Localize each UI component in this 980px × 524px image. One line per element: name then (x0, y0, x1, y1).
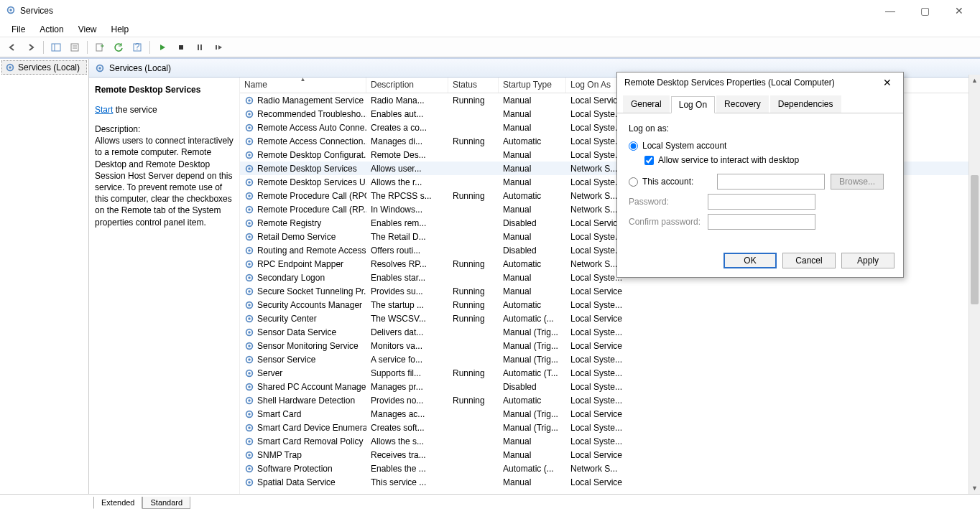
start-service-button[interactable] (154, 39, 170, 55)
gear-icon (244, 423, 254, 433)
menu-view[interactable]: View (71, 23, 104, 36)
service-row[interactable]: Sensor ServiceA service fo...Manual (Tri… (240, 352, 980, 366)
properties-button[interactable] (67, 39, 83, 55)
tab-standard[interactable]: Standard (142, 497, 190, 509)
service-row[interactable]: Smart CardManages ac...Manual (Trig...Lo… (240, 407, 980, 421)
maximize-button[interactable]: ▢ (914, 5, 935, 17)
tab-dependencies[interactable]: Dependencies (770, 95, 841, 113)
service-name: Security Center (257, 314, 317, 324)
local-system-radio[interactable] (629, 141, 638, 151)
service-row[interactable]: Shell Hardware DetectionProvides no...Ru… (240, 393, 980, 407)
service-row[interactable]: Software ProtectionEnables the ...Automa… (240, 462, 980, 475)
ok-button[interactable]: OK (724, 253, 777, 268)
service-row[interactable]: Security Accounts ManagerThe startup ...… (240, 298, 980, 312)
password-input[interactable] (708, 194, 815, 210)
svg-point-37 (248, 222, 251, 225)
column-description[interactable]: Description (366, 78, 448, 93)
scroll-down[interactable]: ▼ (969, 482, 980, 494)
service-status: Running (448, 258, 499, 270)
service-logon: Local Syste... (566, 381, 629, 393)
service-description: Creates a co... (366, 122, 448, 134)
svg-point-51 (248, 317, 251, 320)
service-row[interactable]: SNMP TrapReceives tra...ManualLocal Serv… (240, 448, 980, 462)
tab-extended[interactable]: Extended (93, 497, 142, 509)
service-description: Enables star... (366, 272, 448, 284)
start-service-link[interactable]: Start (95, 105, 113, 115)
service-name: Remote Procedure Call (RP... (257, 205, 366, 215)
service-logon: Local Syste... (566, 354, 629, 365)
help-button[interactable]: ? (129, 39, 145, 55)
apply-button[interactable]: Apply (841, 253, 895, 268)
scroll-thumb[interactable] (971, 175, 979, 304)
local-system-label[interactable]: Local System account (642, 141, 726, 151)
back-button[interactable] (4, 39, 20, 55)
svg-point-75 (248, 481, 251, 484)
svg-point-49 (248, 304, 251, 307)
confirm-password-input[interactable] (708, 214, 815, 230)
dialog-close-button[interactable]: ✕ (879, 77, 896, 88)
service-status (448, 168, 499, 169)
column-startup-type[interactable]: Startup Type (499, 78, 566, 93)
service-row[interactable]: Sensor Data ServiceDelivers dat...Manual… (240, 325, 980, 339)
service-name: Spatial Data Service (257, 477, 336, 487)
svg-point-53 (248, 331, 251, 334)
gear-icon (244, 177, 254, 187)
service-description: Resolves RP... (366, 258, 448, 270)
refresh-button[interactable] (111, 39, 126, 55)
service-name: Shell Hardware Detection (257, 396, 355, 406)
restart-service-button[interactable] (211, 39, 226, 55)
tab-general[interactable]: General (623, 95, 670, 113)
pause-service-button[interactable] (192, 39, 208, 55)
forward-button[interactable] (23, 39, 39, 55)
service-row[interactable]: Spatial Data ServiceThis service ...Manu… (240, 475, 980, 489)
menu-action[interactable]: Action (32, 23, 70, 36)
svg-point-27 (248, 154, 251, 156)
tab-logon[interactable]: Log On (671, 96, 715, 113)
service-status (448, 332, 499, 333)
tab-recovery[interactable]: Recovery (716, 95, 769, 113)
service-startup: Manual (499, 177, 566, 188)
service-description: This service ... (366, 477, 448, 488)
service-row[interactable]: Shared PC Account ManagerManages pr...Di… (240, 380, 980, 393)
interact-desktop-label[interactable]: Allow service to interact with desktop (658, 155, 799, 165)
service-logon: Local Service (566, 286, 629, 297)
show-hide-tree-button[interactable] (48, 39, 64, 55)
service-row[interactable]: ServerSupports fil...RunningAutomatic (T… (240, 366, 980, 380)
service-row[interactable]: Smart Card Device Enumera...Creates soft… (240, 421, 980, 434)
service-name: Radio Management Service (257, 95, 364, 106)
column-status[interactable]: Status (448, 78, 499, 93)
this-account-radio[interactable] (629, 177, 638, 187)
service-status (448, 182, 499, 183)
tree-item-services-local[interactable]: Services (Local) (1, 60, 87, 75)
service-description: Offers routi... (366, 245, 448, 256)
scroll-up[interactable]: ▲ (969, 75, 980, 86)
minimize-button[interactable]: — (879, 5, 901, 17)
stop-service-button[interactable] (173, 39, 189, 55)
close-button[interactable]: ✕ (948, 5, 970, 17)
service-row[interactable]: Smart Card Removal PolicyAllows the s...… (240, 434, 980, 448)
svg-point-39 (248, 235, 251, 238)
browse-button[interactable]: Browse... (831, 174, 884, 190)
menu-file[interactable]: File (4, 23, 32, 36)
gear-icon (244, 150, 254, 160)
service-name: Remote Access Connection... (257, 136, 366, 146)
gear-icon (244, 382, 254, 392)
account-name-input[interactable] (717, 174, 825, 190)
service-row[interactable]: Sensor Monitoring ServiceMonitors va...M… (240, 339, 980, 352)
window-title: Services (20, 6, 53, 16)
column-name[interactable]: Name (240, 78, 366, 93)
service-row[interactable]: Secure Socket Tunneling Pr...Provides su… (240, 284, 980, 298)
gear-icon (244, 368, 254, 378)
service-row[interactable]: Security CenterThe WSCSV...RunningAutoma… (240, 312, 980, 325)
svg-point-65 (248, 413, 251, 416)
menu-help[interactable]: Help (104, 23, 137, 36)
scrollbar[interactable]: ▲ ▼ (969, 75, 980, 494)
service-startup: Manual (499, 231, 566, 243)
interact-desktop-checkbox[interactable] (644, 156, 654, 165)
gear-icon (244, 123, 254, 133)
service-name: Server (257, 368, 282, 378)
this-account-label[interactable]: This account: (642, 177, 717, 187)
console-tree[interactable]: Services (Local) (0, 59, 89, 494)
export-button[interactable] (92, 39, 108, 55)
cancel-button[interactable]: Cancel (782, 253, 836, 268)
